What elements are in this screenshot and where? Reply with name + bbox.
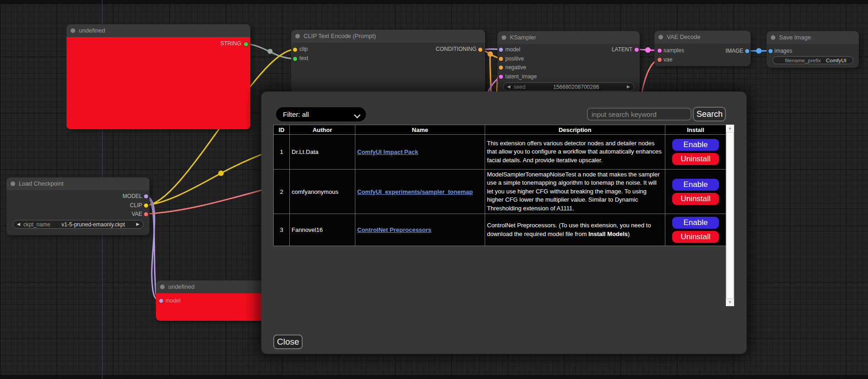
widget-value: ComfyUI (826, 58, 846, 63)
port-negative-input[interactable] (499, 66, 503, 70)
node-ksampler[interactable]: KSampler model positive negative latent_… (498, 31, 640, 100)
search-input[interactable] (587, 108, 691, 121)
uninstall-button[interactable]: Uninstall (672, 231, 719, 243)
collapse-dot-icon[interactable] (160, 285, 165, 289)
canvas-bottom-border (0, 375, 868, 379)
filename-prefix-widget[interactable]: filename_prefix ComfyUI (773, 56, 853, 64)
port-samples-input[interactable] (658, 49, 662, 53)
wire-string-to-text (246, 44, 295, 59)
output-label: CONDITIONING (436, 46, 476, 52)
widget-label: filename_prefix (785, 58, 821, 63)
input-label: model (505, 46, 520, 53)
input-label: clip (299, 46, 308, 52)
node-title-bar[interactable]: CLIP Text Encode (Prompt) (291, 30, 485, 43)
port-model-input[interactable] (499, 48, 503, 52)
close-button[interactable]: Close (273, 335, 303, 349)
node-load-checkpoint[interactable]: Load Checkpoint MODEL CLIP VAE ◀ ckpt_na… (6, 177, 149, 235)
port-latent-image-input[interactable] (499, 75, 503, 79)
widget-prev-icon[interactable]: ◀ (507, 85, 510, 89)
output-label: STRING (221, 40, 241, 47)
enable-button[interactable]: Enable (672, 179, 719, 191)
node-title-bar[interactable]: Load Checkpoint (6, 177, 149, 190)
scrollbar-thumb[interactable] (726, 132, 734, 299)
widget-next-icon[interactable]: ▶ (136, 222, 139, 226)
uninstall-button[interactable]: Uninstall (672, 193, 719, 205)
node-body-error (66, 37, 250, 129)
port-images-input[interactable] (768, 49, 773, 53)
node-vae-decode[interactable]: VAE Decode samples vae IMAGE (654, 31, 751, 66)
collapse-dot-icon[interactable] (11, 181, 15, 186)
port-clip-output[interactable] (144, 203, 148, 208)
search-button[interactable]: Search (693, 107, 726, 121)
port-image-output[interactable] (745, 49, 749, 53)
node-title-bar[interactable]: undefined (66, 24, 250, 37)
wire-dot-blue (756, 48, 762, 54)
comfyui-canvas[interactable]: { "colors": { "error_node_red": "#f10d1e… (0, 0, 868, 379)
cell-description: ControlNet Preprocessors. (To use this e… (485, 214, 665, 246)
node-title: undefined (168, 283, 194, 290)
node-title-bar[interactable]: VAE Decode (654, 31, 751, 44)
col-header-id: ID (274, 125, 290, 135)
collapse-dot-icon[interactable] (658, 35, 663, 39)
cell-id: 1 (274, 135, 290, 170)
input-label: vae (663, 56, 672, 63)
node-title: KSampler (510, 34, 536, 41)
output-label: CLIP (130, 202, 142, 209)
table-row: 1 Dr.Lt.Data ComfyUI Impact Pack This ex… (274, 135, 726, 170)
ckpt-name-widget[interactable]: ◀ ckpt_name v1-5-pruned-emaonly.ckpt ▶ (13, 220, 144, 229)
extension-link[interactable]: ComfyUI_experiments/sampler_tonemap (357, 188, 473, 195)
input-label: samples (663, 47, 684, 54)
cell-id: 3 (274, 214, 290, 246)
input-label: text (299, 55, 308, 61)
cell-install: Enable Uninstall (665, 214, 726, 246)
port-conditioning-output[interactable] (478, 48, 482, 52)
cell-author: comfyanonymous (290, 170, 355, 214)
node-title: Load Checkpoint (19, 180, 64, 187)
wire-dot-yellow (218, 170, 224, 176)
port-vae-input[interactable] (658, 58, 662, 62)
uninstall-button[interactable]: Uninstall (672, 153, 719, 165)
output-label: VAE (132, 211, 142, 217)
enable-button[interactable]: Enable (672, 139, 719, 151)
table-row: 2 comfyanonymous ComfyUI_experiments/sam… (274, 170, 726, 214)
node-title-bar[interactable]: Save Image (767, 31, 859, 44)
extension-manager-dialog: Filter: all Search ID Author Name Descri… (261, 92, 746, 354)
collapse-dot-icon[interactable] (502, 35, 506, 40)
cell-author: Dr.Lt.Data (290, 135, 355, 170)
cell-author: Fannovel16 (290, 214, 355, 246)
extension-link[interactable]: ControlNet Preprocessors (357, 226, 431, 233)
node-title-bar[interactable]: KSampler (498, 31, 640, 44)
node-title: Save Image (779, 34, 811, 41)
collapse-dot-icon[interactable] (71, 28, 75, 33)
scroll-up-icon[interactable]: ▲ (726, 125, 734, 132)
port-vae-output[interactable] (144, 212, 148, 216)
node-save-image[interactable]: Save Image images filename_prefix ComfyU… (767, 31, 859, 68)
cell-install: Enable Uninstall (665, 170, 726, 214)
filter-select[interactable]: Filter: all (276, 107, 366, 121)
port-string-output[interactable] (244, 42, 248, 46)
node-undefined-top[interactable]: undefined STRING (66, 24, 250, 129)
scroll-down-icon[interactable]: ▼ (726, 299, 734, 306)
port-text-input[interactable] (293, 57, 297, 61)
port-latent-output[interactable] (635, 48, 639, 52)
extension-link[interactable]: ComfyUI Impact Pack (357, 148, 418, 155)
collapse-dot-icon[interactable] (295, 34, 300, 38)
widget-label: seed (514, 84, 525, 90)
cell-id: 2 (274, 170, 290, 214)
input-label: negative (505, 64, 526, 71)
port-clip-input[interactable] (293, 48, 297, 52)
seed-widget[interactable]: ◀ seed 156680208700286 ▶ (503, 82, 634, 91)
wire-conditioning-down (490, 54, 491, 94)
enable-button[interactable]: Enable (672, 217, 719, 229)
widget-prev-icon[interactable]: ◀ (17, 222, 20, 226)
table-scrollbar[interactable]: ▲ ▼ (726, 125, 734, 306)
col-header-description: Description (485, 125, 665, 135)
col-header-install: Install (665, 125, 726, 135)
port-model-input[interactable] (159, 299, 163, 303)
input-label: positive (505, 55, 524, 62)
widget-next-icon[interactable]: ▶ (627, 85, 630, 89)
port-model-output[interactable] (144, 194, 148, 198)
input-label: latent_image (505, 73, 537, 80)
collapse-dot-icon[interactable] (771, 35, 775, 40)
port-positive-input[interactable] (499, 57, 503, 61)
